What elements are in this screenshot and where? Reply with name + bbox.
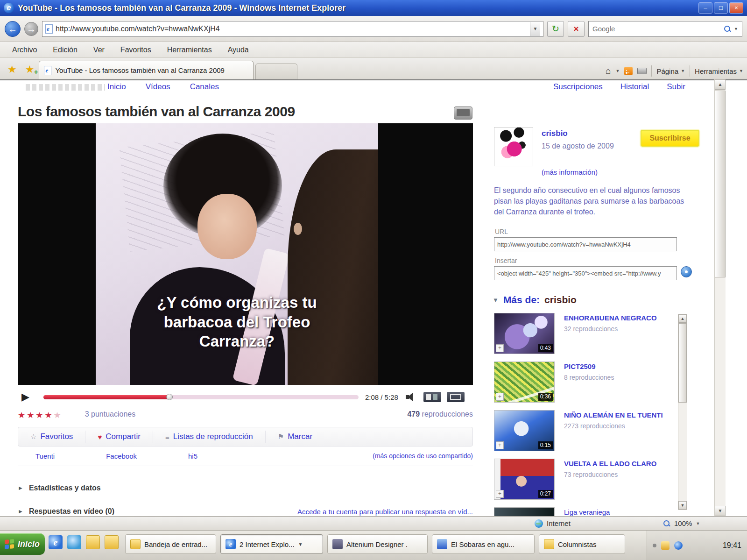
quick-add-icon[interactable]: + <box>496 441 504 449</box>
url-field[interactable] <box>494 237 677 251</box>
menu-edicion[interactable]: Edición <box>46 44 84 56</box>
post-response-link[interactable]: Accede a tu cuenta para publicar una res… <box>297 508 473 516</box>
title-bar[interactable]: e YouTube - Los famosos también van al C… <box>0 0 747 16</box>
add-favorite-icon[interactable]: ★+ <box>21 64 39 79</box>
scroll-down-icon[interactable]: ▼ <box>715 506 726 516</box>
page-menu-button[interactable]: Página▼ <box>656 67 685 75</box>
page-scrollbar[interactable]: ▲ ▼ <box>714 79 726 516</box>
stop-button[interactable]: × <box>568 21 585 37</box>
tray-icon[interactable] <box>674 541 683 550</box>
home-icon[interactable]: ⌂ <box>606 66 611 76</box>
video-thumbnail[interactable]: + 0:43 <box>494 313 555 354</box>
more-from-username[interactable]: crisbio <box>544 294 577 305</box>
share-tuenti[interactable]: Tuenti <box>35 452 55 460</box>
related-video-item[interactable]: + 0:43 ENHORABUENA NEGRACO 32 reproducci… <box>494 313 676 358</box>
maximize-button[interactable]: □ <box>714 2 728 14</box>
nav-historial[interactable]: Historial <box>620 82 649 92</box>
quick-add-icon[interactable]: + <box>496 393 504 401</box>
task-button-internet-explorer[interactable]: e 2 Internet Explo... ▼ <box>220 534 323 554</box>
scroll-down-icon[interactable]: ▼ <box>678 501 687 510</box>
uploader-username-link[interactable]: crisbio <box>542 129 568 138</box>
search-box[interactable]: ▼ <box>588 21 742 37</box>
ratings-count[interactable]: 3 puntuaciones <box>85 410 136 418</box>
related-video-title[interactable]: VUELTA A EL LADO CLARO <box>564 460 671 468</box>
tray-icon[interactable] <box>661 541 669 550</box>
related-video-title[interactable]: ENHORABUENA NEGRACO <box>564 314 671 322</box>
seek-handle[interactable] <box>166 394 173 400</box>
play-button[interactable]: ▶ <box>21 391 29 403</box>
menu-favoritos[interactable]: Favoritos <box>114 44 158 56</box>
uploader-avatar[interactable] <box>494 127 533 166</box>
quick-add-icon[interactable]: + <box>496 490 504 498</box>
share-facebook[interactable]: Facebook <box>106 452 137 460</box>
related-video-item[interactable]: + 0:36 PICT2509 8 reproducciones <box>494 362 676 406</box>
task-button-document[interactable]: El Sobaras en agu... <box>432 534 535 554</box>
browser-tab[interactable]: YouTube - Los famosos también van al Car… <box>39 61 254 79</box>
search-icon[interactable] <box>724 25 731 33</box>
video-thumbnail[interactable]: + 0:15 <box>494 410 555 451</box>
subscribe-button[interactable]: Suscribirse <box>641 130 699 147</box>
related-video-item[interactable]: + 0:15 NIÑO ALEMÁN EN EL TUENTI 2273 rep… <box>494 410 676 455</box>
favorites-icon[interactable]: ★ <box>4 64 21 79</box>
video-thumbnail[interactable] <box>494 507 555 516</box>
scroll-up-icon[interactable]: ▲ <box>715 79 726 90</box>
flag-button[interactable]: ⚑ Marcar <box>266 431 324 443</box>
new-tab-button[interactable] <box>255 64 297 79</box>
nav-inicio[interactable]: Inicio <box>107 82 126 92</box>
related-video-item[interactable]: Liga veraniega <box>494 507 676 516</box>
nav-canales[interactable]: Canales <box>190 82 219 92</box>
related-video-item[interactable]: + 0:27 VUELTA A EL LADO CLARO 73 reprodu… <box>494 459 676 503</box>
embed-field[interactable] <box>494 266 677 280</box>
quick-add-icon[interactable]: + <box>496 344 504 352</box>
star-rating[interactable]: ★★★★★ <box>18 410 63 420</box>
scrollbar-thumb[interactable] <box>678 323 687 403</box>
folder-quicklaunch-icon[interactable] <box>86 535 100 549</box>
forward-button[interactable]: → <box>24 22 38 36</box>
menu-herramientas[interactable]: Herramientas <box>161 44 218 56</box>
more-share-options-link[interactable]: (más opciones de uso compartido) <box>373 452 473 460</box>
feeds-icon[interactable] <box>624 67 633 75</box>
video-thumbnail[interactable]: + 0:27 <box>494 459 555 500</box>
video-thumbnail[interactable]: + 0:36 <box>494 362 555 403</box>
task-button-inbox[interactable]: Bandeja de entrad... <box>125 534 216 554</box>
more-info-link[interactable]: (más información) <box>542 168 598 176</box>
address-dropdown-icon[interactable]: ▼ <box>530 22 540 36</box>
minimize-button[interactable]: – <box>698 2 712 14</box>
related-video-title[interactable]: Liga veraniega <box>564 508 671 516</box>
zoom-control[interactable]: 100% ▼ <box>663 519 700 527</box>
task-button-columnistas[interactable]: Columnistas <box>539 534 625 554</box>
responses-section[interactable]: ► Respuestas en vídeo (0) Accede a tu cu… <box>18 504 473 516</box>
tools-menu-button[interactable]: Herramientas▼ <box>695 67 743 75</box>
share-button[interactable]: ♥ Compartir <box>85 431 153 443</box>
nav-videos[interactable]: Vídeos <box>146 82 170 92</box>
volume-icon[interactable] <box>406 392 418 402</box>
print-icon[interactable] <box>637 68 647 74</box>
share-hi5[interactable]: hi5 <box>188 452 197 460</box>
start-button[interactable]: Inicio <box>0 533 45 555</box>
stats-section[interactable]: ► Estadísticas y datos <box>18 481 473 495</box>
chevron-down-icon[interactable]: ▼ <box>493 297 499 304</box>
ie-quicklaunch-icon[interactable]: e <box>49 535 63 549</box>
refresh-button[interactable]: ↻ <box>547 21 564 37</box>
menu-ver[interactable]: Ver <box>87 44 111 56</box>
related-list-scrollbar[interactable]: ▲ ▼ <box>678 314 687 510</box>
task-button-designer[interactable]: Altenium Designer . <box>327 534 428 554</box>
related-video-title[interactable]: PICT2509 <box>564 362 671 371</box>
seek-bar[interactable] <box>43 395 359 399</box>
nav-subir[interactable]: Subir <box>667 82 685 92</box>
related-video-title[interactable]: NIÑO ALEMÁN EN EL TUENTI <box>564 411 671 419</box>
embed-options-gear-icon[interactable] <box>681 266 692 277</box>
tv-screen-icon[interactable] <box>454 106 472 120</box>
address-bar[interactable]: http://www.youtube.com/watch?v=hwwaNwKXj… <box>42 21 543 37</box>
fullscreen-button[interactable] <box>447 392 465 402</box>
home-dropdown-icon[interactable]: ▼ <box>615 69 620 73</box>
search-input[interactable] <box>592 25 721 33</box>
back-button[interactable]: ← <box>5 21 21 37</box>
menu-ayuda[interactable]: Ayuda <box>221 44 255 56</box>
address-url[interactable]: http://www.youtube.com/watch?v=hwwaNwKXj… <box>56 25 527 33</box>
nav-suscripciones[interactable]: Suscripciones <box>553 82 603 92</box>
zoom-dropdown-icon[interactable]: ▼ <box>696 521 700 526</box>
folder-quicklaunch-icon[interactable] <box>105 535 119 549</box>
scrollbar-thumb[interactable] <box>715 91 726 277</box>
close-button[interactable]: × <box>729 2 743 14</box>
